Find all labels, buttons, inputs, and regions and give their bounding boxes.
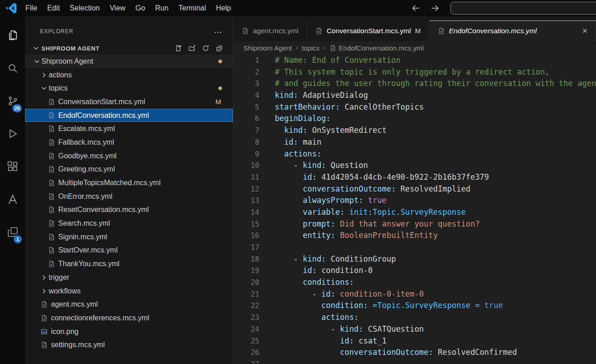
- folder-item-actions[interactable]: actions: [25, 68, 233, 82]
- code-line-23: 23 actions:: [233, 312, 596, 324]
- menu-view[interactable]: View: [105, 0, 130, 16]
- line-content: # This system topic is only triggered by…: [259, 66, 550, 78]
- file-item-conversationstart-mcs-yml[interactable]: ConversationStart.mcs.ymlM: [25, 95, 233, 109]
- breadcrumb-item-topics[interactable]: topics: [302, 44, 319, 52]
- yaml-file-icon: [48, 233, 55, 241]
- tab-agent-mcs-yml[interactable]: agent.mcs.yml: [233, 20, 307, 41]
- menu-go[interactable]: Go: [131, 0, 150, 16]
- code-line-6: 6beginDialog:: [233, 113, 596, 125]
- folder-item-trigger[interactable]: trigger: [25, 271, 233, 284]
- tab-endofconversation-mcs-yml[interactable]: EndofConversation.mcs.yml×: [429, 20, 596, 41]
- yaml-file-icon: [48, 206, 55, 213]
- tree-item-label: OnError.mcs.yml: [58, 192, 112, 201]
- modified-dot: [218, 60, 222, 63]
- code-line-9: 9 actions:: [233, 148, 596, 160]
- back-arrow-icon[interactable]: [411, 3, 421, 13]
- code-line-11: 11 id: 41d42054-d4cb-4e90-b922-2b16b37fe…: [233, 172, 596, 183]
- image-file-icon: [40, 328, 48, 335]
- line-content: conversationOutcome: ResolvedImplied: [259, 183, 470, 195]
- code-line-25: 25 id: csat_1: [233, 335, 596, 347]
- tab-conversationstart-mcs-yml[interactable]: ConversationStart.mcs.ymlM: [307, 20, 429, 41]
- file-item-resetconversation-mcs-yml[interactable]: ResetConversation.mcs.yml: [25, 203, 233, 217]
- code-editor[interactable]: 1# Name: End of Conversation2# This syst…: [233, 55, 596, 364]
- tree-item-label: ResetConversation.mcs.yml: [58, 206, 149, 214]
- line-number: 20: [233, 277, 259, 288]
- yaml-file-icon: [48, 166, 55, 173]
- line-content: actions:: [259, 312, 359, 324]
- activity-search[interactable]: [0, 52, 25, 85]
- menu-selection[interactable]: Selection: [65, 0, 105, 16]
- file-item-endofconversation-mcs-yml[interactable]: EndofConversation.mcs.yml: [25, 109, 233, 122]
- code-line-3: 3# and guides the user through rating th…: [233, 78, 596, 90]
- menu-terminal[interactable]: Terminal: [173, 0, 211, 16]
- new-folder-icon[interactable]: [188, 45, 196, 52]
- breadcrumb-separator: ›: [323, 44, 325, 52]
- git-modified-badge: M: [216, 98, 222, 106]
- breadcrumb-item-endofconversation-mcs-yml[interactable]: EndofConversation.mcs.yml: [329, 44, 424, 52]
- activity-agents-toolkit[interactable]: 1: [0, 216, 25, 248]
- collapse-all-icon[interactable]: [216, 45, 223, 52]
- code-line-18: 18 - kind: ConditionGroup: [233, 253, 596, 265]
- file-item-escalate-mcs-yml[interactable]: Escalate.mcs.yml: [25, 122, 233, 136]
- line-number: 2: [233, 66, 259, 78]
- file-item-search-mcs-yml[interactable]: Search.mcs.yml: [25, 217, 233, 230]
- folder-item-topics[interactable]: topics: [25, 81, 233, 95]
- activity-run-debug[interactable]: [0, 117, 25, 150]
- menu-run[interactable]: Run: [150, 0, 173, 16]
- file-item-signin-mcs-yml[interactable]: Signin.mcs.yml: [25, 230, 233, 244]
- file-item-connectionreferences-mcs-yml[interactable]: connectionreferences.mcs.yml: [25, 311, 233, 325]
- more-actions-icon[interactable]: ⋯: [214, 30, 222, 35]
- menu-help[interactable]: Help: [211, 0, 236, 16]
- line-number: 27: [233, 359, 259, 364]
- tree-item-label: workflows: [49, 287, 81, 295]
- tree-item-label: Goodbye.mcs.yml: [58, 152, 116, 160]
- folder-item-shiproom-agent[interactable]: Shiproom Agent: [25, 55, 233, 68]
- section-header-shiproom-agent[interactable]: SHIPROOM AGENT: [25, 42, 233, 55]
- source-control-badge: 25: [12, 104, 22, 112]
- activity-azure[interactable]: [0, 183, 25, 216]
- code-line-15: 15 prompt: Did that answer your question…: [233, 218, 596, 230]
- tree-item-label: Fallback.mcs.yml: [58, 138, 114, 147]
- file-item-greeting-mcs-yml[interactable]: Greeting.mcs.yml: [25, 163, 233, 177]
- folder-item-workflows[interactable]: workflows: [25, 284, 233, 298]
- line-content: - kind: Question: [259, 160, 368, 172]
- line-number: 8: [233, 136, 259, 148]
- file-item-goodbye-mcs-yml[interactable]: Goodbye.mcs.yml: [25, 149, 233, 163]
- file-item-onerror-mcs-yml[interactable]: OnError.mcs.yml: [25, 190, 233, 203]
- line-content: id: condition-0: [259, 265, 373, 277]
- code-line-10: 10 - kind: Question: [233, 160, 596, 172]
- breadcrumb-item-shiproom-agent[interactable]: Shiproom Agent: [243, 44, 292, 52]
- new-file-icon[interactable]: [175, 45, 182, 52]
- line-number: 10: [233, 160, 259, 172]
- line-number: 1: [233, 55, 259, 66]
- activity-extensions[interactable]: [0, 150, 25, 183]
- activity-source-control[interactable]: 25: [0, 85, 25, 117]
- code-line-4: 4kind: AdaptiveDialog: [233, 90, 596, 101]
- activity-explorer[interactable]: [0, 19, 25, 52]
- code-line-24: 24 - kind: CSATQuestion: [233, 324, 596, 335]
- file-item-thankyou-mcs-yml[interactable]: ThankYou.mcs.yml: [25, 257, 233, 271]
- code-line-27: 27: [233, 359, 596, 364]
- tab-close-icon[interactable]: ×: [578, 27, 587, 35]
- file-item-settings-mcs-yml[interactable]: settings.mcs.yml: [25, 338, 233, 352]
- file-item-startover-mcs-yml[interactable]: StartOver.mcs.yml: [25, 244, 233, 258]
- file-item-fallback-mcs-yml[interactable]: Fallback.mcs.yml: [25, 136, 233, 149]
- file-item-agent-mcs-yml[interactable]: agent.mcs.yml: [25, 298, 233, 311]
- search-icon: [7, 62, 19, 74]
- line-content: - kind: ConditionGroup: [259, 253, 396, 265]
- yaml-file-icon: [48, 139, 55, 146]
- line-content: [259, 359, 275, 364]
- forward-arrow-icon[interactable]: [430, 3, 440, 13]
- tree-item-label: agent.mcs.yml: [51, 300, 98, 308]
- line-number: 15: [233, 218, 259, 230]
- command-center-search[interactable]: [450, 2, 596, 15]
- file-item-icon-png[interactable]: icon.png: [25, 325, 233, 339]
- line-content: - id: condition-0-item-0: [259, 288, 424, 300]
- menu-file[interactable]: File: [20, 0, 42, 16]
- refresh-icon[interactable]: [202, 45, 209, 52]
- vscode-logo-icon: [6, 3, 17, 14]
- file-item-multipletopicsmatched-mcs-yml[interactable]: MultipleTopicsMatched.mcs.yml: [25, 176, 233, 190]
- chevron-right-icon: [40, 71, 49, 79]
- line-number: 11: [233, 172, 259, 183]
- menu-edit[interactable]: Edit: [42, 0, 65, 16]
